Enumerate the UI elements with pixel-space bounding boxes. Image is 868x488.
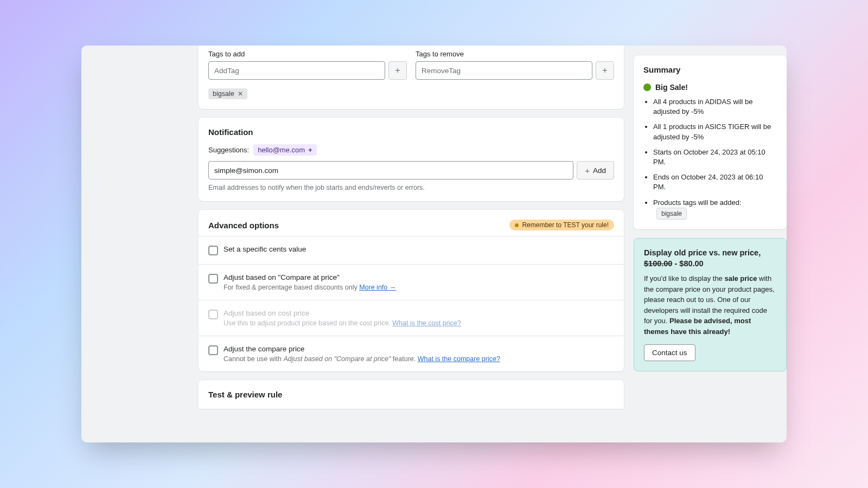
price-line: $100.00 - $80.00: [644, 259, 776, 268]
test-reminder-text: Remember to TEST your rule!: [522, 221, 609, 229]
tags-to-add-input-row: +: [208, 61, 407, 80]
add-email-button[interactable]: + Add: [577, 161, 614, 179]
info-body: If you'd like to display the sale price …: [644, 273, 776, 337]
content-wrap: Tags to add + bigsale ✕: [81, 46, 787, 442]
cents-label: Set a specific cents value: [224, 245, 306, 253]
notification-help-text: Email addresses to notify when the job s…: [208, 184, 614, 191]
cents-checkbox[interactable]: [208, 246, 218, 255]
adjust-compare-label: Adjust the compare price: [224, 345, 500, 353]
plus-icon: +: [585, 166, 590, 175]
side-column: Summary Big Sale! All 4 products in ADID…: [634, 46, 787, 442]
tag-chip-bigsale: bigsale ✕: [208, 88, 247, 99]
advanced-options-card: Advanced options Remember to TEST your r…: [199, 210, 624, 371]
tags-to-remove-input[interactable]: [416, 61, 592, 80]
test-preview-title: Test & preview rule: [208, 390, 614, 399]
compare-at-more-info-link[interactable]: More info →: [359, 284, 396, 291]
adjust-compare-desc: Cannot be use with Adjust based on "Comp…: [224, 355, 500, 363]
tags-to-add-input[interactable]: [208, 61, 385, 80]
summary-item: Ends on October 24, 2023 at 06:10 PM.: [653, 172, 777, 192]
tags-to-remove-label: Tags to remove: [416, 50, 614, 58]
tag-chip-label: bigsale: [213, 90, 234, 98]
option-cents: Set a specific cents value: [199, 236, 624, 264]
summary-tag-pill: bigsale: [656, 208, 687, 220]
option-adjust-compare: Adjust the compare price Cannot be use w…: [199, 336, 624, 371]
add-tag-button[interactable]: +: [388, 61, 407, 80]
email-input-row: + Add: [208, 161, 614, 179]
summary-list: All 4 products in ADIDAS will be adjuste…: [643, 97, 777, 220]
notification-title: Notification: [208, 127, 614, 137]
summary-item: Starts on October 24, 2023 at 05:10 PM.: [653, 147, 777, 167]
cost-price-label: Adjust based on cost price: [224, 309, 461, 317]
summary-card: Summary Big Sale! All 4 products in ADID…: [634, 55, 787, 229]
old-price: $100.00: [644, 259, 672, 268]
advanced-title: Advanced options: [208, 221, 279, 230]
tags-to-remove-input-row: +: [416, 61, 614, 80]
cost-price-checkbox: [208, 310, 218, 319]
test-reminder-badge: Remember to TEST your rule!: [509, 220, 614, 230]
status-dot-icon: [643, 84, 651, 91]
advanced-header: Advanced options Remember to TEST your r…: [199, 210, 624, 236]
suggestion-email-text: hello@me.com: [258, 146, 305, 154]
notification-email-input[interactable]: [208, 161, 573, 179]
info-title: Display old price vs. new price,: [644, 248, 776, 257]
remove-tag-icon[interactable]: ✕: [238, 90, 243, 98]
suggestions-label: Suggestions:: [208, 146, 249, 154]
summary-item: All 4 products in ADIDAS will be adjuste…: [653, 97, 777, 117]
adjust-compare-checkbox[interactable]: [208, 345, 218, 355]
tags-card: Tags to add + bigsale ✕: [199, 46, 624, 109]
tags-to-remove-field: Tags to remove +: [416, 50, 614, 99]
app-frame: Tags to add + bigsale ✕: [81, 46, 787, 442]
suggestions-row: Suggestions: hello@me.com +: [208, 144, 614, 156]
suggestion-email-chip[interactable]: hello@me.com +: [253, 144, 317, 156]
add-email-label: Add: [593, 166, 606, 175]
notification-card: Notification Suggestions: hello@me.com +…: [199, 118, 624, 201]
warning-dot-icon: [515, 223, 519, 227]
summary-status-row: Big Sale!: [643, 83, 777, 92]
remove-tag-button[interactable]: +: [596, 61, 614, 80]
compare-at-desc: For fixed & percentage based discounts o…: [224, 284, 396, 291]
option-cost-price: Adjust based on cost price Use this to a…: [199, 300, 624, 336]
price-display-info-card: Display old price vs. new price, $100.00…: [634, 238, 787, 371]
cost-price-link[interactable]: What is the cost price?: [392, 319, 461, 327]
compare-at-label: Adjust based on "Compare at price": [224, 273, 396, 281]
contact-us-button[interactable]: Contact us: [644, 344, 695, 361]
cost-price-desc: Use this to adjust product price based o…: [224, 319, 461, 327]
plus-icon: +: [308, 146, 312, 154]
tag-fields-row: Tags to add + bigsale ✕: [208, 50, 614, 99]
option-compare-at: Adjust based on "Compare at price" For f…: [199, 264, 624, 300]
summary-title: Summary: [643, 65, 777, 74]
test-preview-card: Test & preview rule: [199, 380, 624, 409]
tags-to-add-field: Tags to add + bigsale ✕: [208, 50, 407, 99]
summary-item: All 1 products in ASICS TIGER will be ad…: [653, 122, 777, 142]
new-price: $80.00: [679, 259, 703, 268]
summary-rule-name: Big Sale!: [655, 83, 688, 92]
compare-at-checkbox[interactable]: [208, 274, 218, 284]
existing-tags: bigsale ✕: [208, 83, 407, 99]
summary-item-tags: Products tags will be added: bigsale: [653, 198, 777, 220]
tags-to-add-label: Tags to add: [208, 50, 407, 58]
adjust-compare-link[interactable]: What is the compare price?: [418, 355, 500, 363]
main-column: Tags to add + bigsale ✕: [199, 46, 624, 442]
